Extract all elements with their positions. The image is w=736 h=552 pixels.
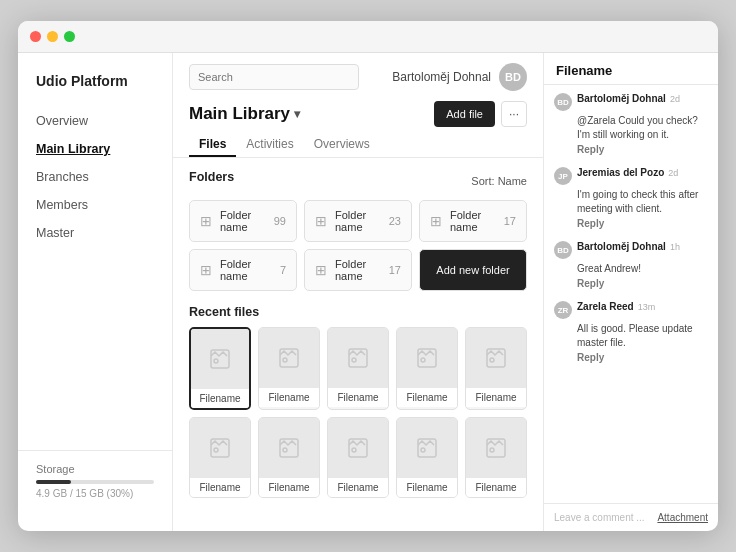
sidebar-item-branches[interactable]: Branches (18, 163, 172, 191)
main-header: Bartoloměj Dohnal BD Main Library ▾ Add … (173, 53, 543, 158)
sort-dropdown[interactable]: Sort: Name (471, 175, 527, 187)
file-label: Filename (259, 388, 319, 407)
file-thumbnail (397, 328, 457, 388)
reply-button[interactable]: Reply (577, 278, 708, 289)
file-item[interactable]: Filename (189, 417, 251, 498)
reply-button[interactable]: Reply (577, 218, 708, 229)
library-title-text: Main Library (189, 104, 290, 124)
comment-item: JP Jeremias del Pozo 2d I'm going to che… (554, 167, 708, 229)
folder-icon: ⊞ (430, 213, 442, 229)
file-item[interactable]: Filename (189, 327, 251, 410)
tab-files[interactable]: Files (189, 133, 236, 157)
sidebar-nav: Overview Main Library Branches Members M… (18, 107, 172, 450)
folder-icon: ⊞ (315, 213, 327, 229)
comment-author: Jeremias del Pozo (577, 167, 664, 178)
folder-icon: ⊞ (200, 213, 212, 229)
storage-label: Storage (36, 463, 154, 475)
file-thumbnail (328, 418, 388, 478)
folders-header: Folders Sort: Name (189, 170, 527, 192)
file-label: Filename (397, 388, 457, 407)
svg-point-13 (283, 448, 287, 452)
file-item[interactable]: Filename (258, 417, 320, 498)
folder-count: 17 (389, 264, 401, 276)
folders-grid: ⊞ Folder name 99 ⊞ Folder name 23 ⊞ Fold… (189, 200, 527, 291)
folder-name: Folder name (220, 258, 272, 282)
folder-item[interactable]: ⊞ Folder name 17 (419, 200, 527, 242)
folder-name: Folder name (335, 209, 381, 233)
attachment-link[interactable]: Attachment (657, 512, 708, 523)
svg-point-17 (421, 448, 425, 452)
svg-point-7 (421, 358, 425, 362)
traffic-lights (30, 31, 75, 42)
comment-item: ZR Zarela Reed 13m All is good. Please u… (554, 301, 708, 363)
folder-item[interactable]: ⊞ Folder name 23 (304, 200, 412, 242)
file-item[interactable]: Filename (327, 417, 389, 498)
svg-point-1 (214, 359, 218, 363)
folder-icon: ⊞ (200, 262, 212, 278)
comment-text: Great Andrew! (577, 262, 708, 276)
comment-time: 2d (668, 168, 678, 178)
comment-text: @Zarela Could you check? I'm still worki… (577, 114, 708, 142)
reply-button[interactable]: Reply (577, 352, 708, 363)
sidebar-item-members[interactable]: Members (18, 191, 172, 219)
file-thumbnail (328, 328, 388, 388)
svg-point-9 (490, 358, 494, 362)
comment-input[interactable]: Leave a comment ... (554, 512, 645, 523)
add-file-button[interactable]: Add file (434, 101, 495, 127)
comment-header: ZR Zarela Reed 13m (554, 301, 708, 319)
tab-overviews[interactable]: Overviews (304, 133, 380, 157)
content-area: Udio Platform Overview Main Library Bran… (18, 53, 718, 531)
recent-files-title: Recent files (189, 305, 527, 319)
comment-text: I'm going to check this after meeting wi… (577, 188, 708, 216)
tab-activities[interactable]: Activities (236, 133, 303, 157)
sidebar-item-overview[interactable]: Overview (18, 107, 172, 135)
file-item[interactable]: Filename (396, 327, 458, 410)
file-label: Filename (466, 478, 526, 497)
sidebar-footer: Storage 4.9 GB / 15 GB (30%) (18, 450, 172, 511)
file-label: Filename (328, 478, 388, 497)
search-input[interactable] (189, 64, 359, 90)
folder-item[interactable]: ⊞ Folder name 7 (189, 249, 297, 291)
file-item[interactable]: Filename (396, 417, 458, 498)
avatar: BD (499, 63, 527, 91)
comment-item: BD Bartoloměj Dohnal 2d @Zarela Could yo… (554, 93, 708, 155)
file-item[interactable]: Filename (465, 417, 527, 498)
folder-icon: ⊞ (315, 262, 327, 278)
folder-name: Folder name (220, 209, 266, 233)
folder-name: Folder name (450, 209, 496, 233)
more-options-button[interactable]: ··· (501, 101, 527, 127)
comments-list: BD Bartoloměj Dohnal 2d @Zarela Could yo… (544, 85, 718, 503)
main-content: Bartoloměj Dohnal BD Main Library ▾ Add … (173, 53, 543, 531)
tabs: Files Activities Overviews (189, 133, 527, 157)
user-name: Bartoloměj Dohnal (392, 70, 491, 84)
folder-item[interactable]: ⊞ Folder name 99 (189, 200, 297, 242)
sidebar-item-main-library[interactable]: Main Library (18, 135, 172, 163)
file-item[interactable]: Filename (465, 327, 527, 410)
library-title: Main Library ▾ (189, 104, 300, 124)
avatar: JP (554, 167, 572, 185)
reply-button[interactable]: Reply (577, 144, 708, 155)
file-item[interactable]: Filename (258, 327, 320, 410)
file-label: Filename (466, 388, 526, 407)
sidebar: Udio Platform Overview Main Library Bran… (18, 53, 173, 531)
file-item[interactable]: Filename (327, 327, 389, 410)
chevron-down-icon[interactable]: ▾ (294, 107, 300, 121)
comment-author: Bartoloměj Dohnal (577, 93, 666, 104)
app-window: Udio Platform Overview Main Library Bran… (18, 21, 718, 531)
folder-name: Folder name (335, 258, 381, 282)
top-bar: Bartoloměj Dohnal BD (189, 63, 527, 91)
panel-footer: Leave a comment ... Attachment (544, 503, 718, 531)
folder-item[interactable]: ⊞ Folder name 17 (304, 249, 412, 291)
close-button[interactable] (30, 31, 41, 42)
svg-point-11 (214, 448, 218, 452)
minimize-button[interactable] (47, 31, 58, 42)
svg-point-5 (352, 358, 356, 362)
sidebar-item-master[interactable]: Master (18, 219, 172, 247)
folders-section-title: Folders (189, 170, 234, 184)
folder-count: 99 (274, 215, 286, 227)
maximize-button[interactable] (64, 31, 75, 42)
svg-point-15 (352, 448, 356, 452)
file-thumbnail (397, 418, 457, 478)
add-folder-button[interactable]: Add new folder (419, 249, 527, 291)
file-label: Filename (191, 389, 249, 408)
